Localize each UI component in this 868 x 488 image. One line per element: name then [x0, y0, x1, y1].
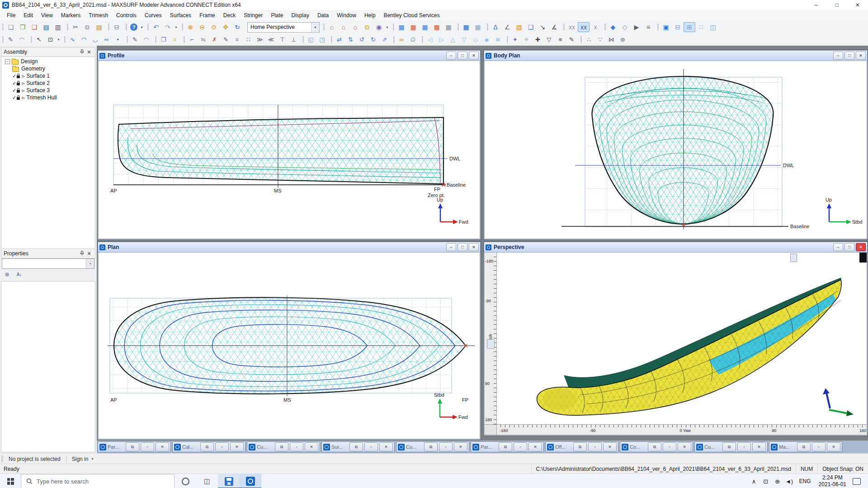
- toolbar-insert-column-button[interactable]: ▦: [396, 22, 407, 32]
- menu-14[interactable]: Window: [333, 10, 360, 20]
- toolbar-add-curve-button[interactable]: ∾: [101, 35, 112, 44]
- docked-close-button[interactable]: ✕: [305, 442, 318, 451]
- docked-minimize-button[interactable]: ▫: [141, 442, 154, 451]
- menu-3[interactable]: Markers: [57, 10, 85, 20]
- perspective-close-button[interactable]: ✕: [856, 243, 866, 251]
- taskbar-search[interactable]: Type here to search: [21, 474, 175, 488]
- docked-minimize-button[interactable]: ▫: [290, 442, 303, 451]
- plan-close-button[interactable]: ✕: [469, 243, 479, 251]
- docked-restore-button[interactable]: ⧉: [499, 442, 512, 451]
- perspective-3d-area[interactable]: [496, 253, 867, 425]
- bodyplan-minimize-button[interactable]: –: [833, 52, 843, 60]
- toolbar-sketch-pen-button[interactable]: ✎: [5, 35, 16, 44]
- toolbar-hydrostatics-table-button[interactable]: ▦: [460, 22, 472, 32]
- toolbar-unbond-edges-button[interactable]: ∅: [407, 35, 419, 44]
- toolbar-copy-surface-button[interactable]: ❐: [158, 35, 169, 44]
- toolbar-tangent-button[interactable]: ↘: [537, 22, 548, 32]
- toolbar-pan-button[interactable]: ✥: [220, 22, 231, 32]
- toolbar-rotate-view-button[interactable]: ↻: [231, 22, 243, 32]
- tree-item-surface-2[interactable]: − ✓ ⊳ Surface 2: [1, 80, 95, 87]
- docked-restore-button[interactable]: ⧉: [797, 442, 811, 451]
- toolbar-mass-properties-button[interactable]: ▧: [513, 22, 525, 32]
- toolbar-paste-button[interactable]: ▤: [93, 22, 105, 32]
- toolbar-marker-list-button[interactable]: ≡: [642, 22, 654, 32]
- start-button[interactable]: [0, 474, 21, 488]
- toolbar-add-arc-button[interactable]: ◠: [78, 35, 90, 44]
- plan-minimize-button[interactable]: –: [446, 243, 456, 251]
- toolbar-calculations-table-button[interactable]: ▦: [472, 22, 484, 32]
- docked-restore-button[interactable]: ⧉: [648, 442, 661, 451]
- plan-maximize-button[interactable]: □: [458, 243, 467, 251]
- menu-2[interactable]: View: [37, 10, 57, 20]
- assembly-pin-icon[interactable]: [78, 49, 85, 55]
- toolbar-zoom-window-button[interactable]: ⊙: [208, 22, 220, 32]
- plan-title-bar[interactable]: Plan – □ ✕: [98, 242, 481, 253]
- menu-13[interactable]: Data: [313, 10, 333, 20]
- status-object-snap[interactable]: Object Snap: ON: [817, 464, 868, 474]
- toolbar-project-up-button[interactable]: ⊤: [277, 35, 288, 44]
- toolbar-home-view-button[interactable]: ⌂: [326, 22, 338, 32]
- language-indicator[interactable]: ENG: [795, 478, 815, 484]
- docked-window-par-[interactable]: Par... ⧉ ▫ ✕: [98, 441, 171, 452]
- toolbar-flip-horizontal-button[interactable]: ⇄: [334, 35, 345, 44]
- toolbar-coords-z-button[interactable]: x: [590, 22, 601, 32]
- menu-7[interactable]: Surfaces: [166, 10, 195, 20]
- toolbar-marker-outline-button[interactable]: ◇: [619, 22, 631, 32]
- properties-close-icon[interactable]: ✕: [85, 251, 93, 257]
- docked-restore-button[interactable]: ⧉: [424, 442, 438, 451]
- maximize-button[interactable]: □: [826, 0, 847, 10]
- plan-canvas[interactable]: AP MS FP Stbd Fwd: [98, 253, 480, 439]
- perspective-title-bar[interactable]: Perspective – □ ✕: [484, 242, 868, 253]
- docked-minimize-button[interactable]: ▫: [588, 442, 602, 451]
- view-selector[interactable]: Home Perspective ▾: [247, 22, 320, 33]
- docked-close-button[interactable]: ✕: [678, 442, 691, 451]
- menu-4[interactable]: Trimesh: [85, 10, 112, 20]
- toolbar-snap-center-button[interactable]: ⊚: [617, 35, 628, 44]
- toolbar-mesh-surface-button[interactable]: ⌗: [169, 35, 180, 44]
- view-selector-dropdown-icon[interactable]: ▾: [311, 23, 319, 32]
- toolbar-save-as-button[interactable]: ▥: [52, 22, 64, 32]
- docked-restore-button[interactable]: ⧉: [200, 442, 214, 451]
- bodyplan-title-bar[interactable]: Body Plan – □ ✕: [484, 50, 868, 61]
- toolbar-print-button[interactable]: ⊟: [111, 22, 123, 32]
- menu-16[interactable]: Bentley Cloud Services: [380, 10, 444, 20]
- assembly-close-icon[interactable]: ✕: [85, 49, 93, 55]
- menu-10[interactable]: Stringer: [240, 10, 267, 20]
- tray-chevron-icon[interactable]: ∧: [748, 478, 760, 485]
- docked-window-par-[interactable]: Par... ⧉ ▫ ✕: [471, 441, 544, 452]
- close-button[interactable]: ✕: [847, 0, 868, 10]
- menu-6[interactable]: Curves: [141, 10, 166, 20]
- toolbar-edit-node-button[interactable]: ✎: [220, 35, 231, 44]
- toolbar-views-caret-button[interactable]: ▾: [385, 22, 390, 32]
- toolbar-bond-edges-button[interactable]: ∞: [396, 35, 407, 44]
- docked-minimize-button[interactable]: ▫: [663, 442, 676, 451]
- docked-restore-button[interactable]: ⧉: [126, 442, 139, 451]
- docked-restore-button[interactable]: ⧉: [573, 442, 587, 451]
- cortana-button[interactable]: [175, 474, 196, 488]
- toolbar-saved-view-1-button[interactable]: ⌂: [338, 22, 349, 32]
- toolbar-cut-button[interactable]: ✂: [70, 22, 81, 32]
- docked-minimize-button[interactable]: ▫: [439, 442, 453, 451]
- toolbar-select-pointer-button[interactable]: ↖: [33, 35, 45, 44]
- toolbar-add-spline-button[interactable]: ∿: [67, 35, 78, 44]
- yaw-ruler[interactable]: -180-900 Yaw90180: [496, 424, 867, 435]
- toolbar-new-window-button[interactable]: ▣: [660, 22, 672, 32]
- toolbar-close-design-button[interactable]: ❏: [28, 22, 40, 32]
- toolbar-group-nodes-button[interactable]: ∷: [243, 35, 254, 44]
- docked-minimize-button[interactable]: ▫: [215, 442, 229, 451]
- toolbar-frame-of-reference-button[interactable]: Δ: [490, 22, 501, 32]
- toolbar-weld-nodes-button[interactable]: ⌗: [231, 35, 243, 44]
- toolbar-insert-row-button[interactable]: ▦: [419, 22, 431, 32]
- sign-in-caret-icon[interactable]: ▾: [89, 457, 93, 461]
- docked-minimize-button[interactable]: ▫: [812, 442, 826, 451]
- toolbar-compare-nodes-button[interactable]: ≒: [198, 35, 209, 44]
- profile-canvas[interactable]: AP MS DWL FP Baseline Zero pt. Up Fwd: [98, 61, 480, 239]
- tray-volume-icon[interactable]: ◄): [783, 478, 795, 485]
- tray-network-icon[interactable]: ⊕: [772, 478, 783, 485]
- toolbar-split-vertical-button[interactable]: ⊞: [684, 22, 695, 32]
- minimize-button[interactable]: –: [806, 0, 826, 10]
- docked-close-button[interactable]: ✕: [156, 442, 169, 451]
- toolbar-table-properties-button[interactable]: ▦: [443, 22, 454, 32]
- toolbar-redo-button[interactable]: ↷: [162, 22, 174, 32]
- tree-item-surface-1[interactable]: − ✓ ⊳ Surface 1: [1, 72, 95, 80]
